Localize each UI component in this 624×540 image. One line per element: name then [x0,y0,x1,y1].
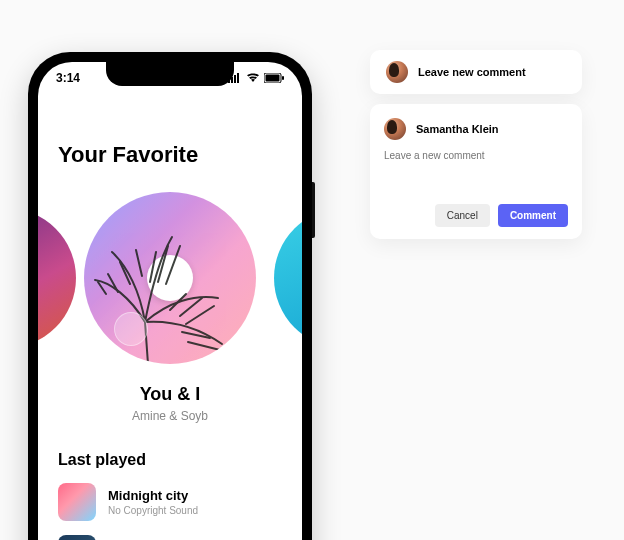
svg-rect-3 [237,73,239,83]
palm-artwork [90,202,240,364]
page-title: Your Favorite [58,142,282,168]
phone-side-button [312,182,315,238]
phone-device: 3:14 Your Favorite [28,52,312,540]
song-artist: Amine & Soyb [58,409,282,423]
avatar [386,61,408,83]
cancel-button[interactable]: Cancel [435,204,490,227]
last-played-heading: Last played [58,451,282,469]
album-next[interactable] [274,208,302,348]
svg-rect-6 [282,76,284,80]
comment-form-card: Samantha Klein Cancel Comment [370,104,582,239]
album-current[interactable] [84,192,256,364]
album-prev[interactable] [38,208,76,348]
track-item[interactable]: Waterfall [58,535,282,540]
comment-button[interactable]: Comment [498,204,568,227]
track-subtitle: No Copyright Sound [108,505,198,516]
status-time: 3:14 [56,71,80,85]
phone-notch [106,62,234,86]
svg-rect-5 [266,75,280,82]
track-title: Midnight city [108,488,198,503]
album-carousel[interactable] [38,188,302,368]
song-title: You & I [58,384,282,405]
track-list: Midnight city No Copyright Sound Waterfa… [58,483,282,540]
track-item[interactable]: Midnight city No Copyright Sound [58,483,282,521]
track-thumb [58,483,96,521]
svg-rect-2 [234,75,236,83]
comment-prompt-label: Leave new comment [418,66,526,78]
battery-icon [264,73,284,83]
commenter-name: Samantha Klein [416,123,499,135]
avatar [384,118,406,140]
phone-screen: 3:14 Your Favorite [38,62,302,540]
comment-prompt-card[interactable]: Leave new comment [370,50,582,94]
comment-input[interactable] [384,150,568,194]
track-thumb [58,535,96,540]
scrub-knob[interactable] [114,312,148,346]
wifi-icon [246,73,260,83]
now-playing: You & I Amine & Soyb [58,384,282,423]
